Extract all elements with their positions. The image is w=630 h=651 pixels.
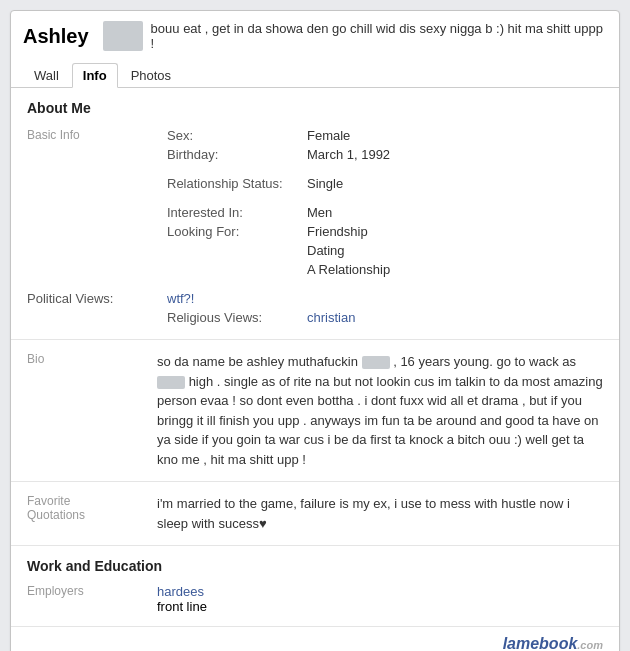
tab-info[interactable]: Info <box>72 63 118 88</box>
employers-label: Employers <box>27 584 157 614</box>
looking-key: Looking For: <box>167 222 307 241</box>
basic-info-table: Basic Info Sex: Female Birthday: March 1… <box>27 126 603 327</box>
bio-section: Bio so da name be ashley muthafuckin , 1… <box>11 340 619 482</box>
employer-name[interactable]: hardees <box>157 584 204 599</box>
bio-text-start: so da name be ashley muthafuckin <box>157 354 358 369</box>
work-education-section: Work and Education Employers hardees fro… <box>11 546 619 627</box>
profile-card: Ashley bouu eat , get in da showa den go… <box>10 10 620 651</box>
bio-label: Bio <box>27 352 157 469</box>
brand-tld: .com <box>577 639 603 651</box>
profile-tabs: Wall Info Photos <box>11 57 619 88</box>
quotations-label: FavoriteQuotations <box>27 494 157 533</box>
profile-header: Ashley bouu eat , get in da showa den go… <box>11 11 619 51</box>
looking-value1: Friendship <box>307 222 603 241</box>
brand-name: lamebook <box>503 635 578 651</box>
interested-key: Interested In: <box>167 203 307 222</box>
quotations-text: i'm married to the game, failure is my e… <box>157 494 603 533</box>
quotations-section: FavoriteQuotations i'm married to the ga… <box>11 482 619 546</box>
bio-redact2 <box>157 376 185 389</box>
birthday-key: Birthday: <box>167 145 307 164</box>
bio-text: so da name be ashley muthafuckin , 16 ye… <box>157 352 603 469</box>
interested-value: Men <box>307 203 603 222</box>
relationship-value: Single <box>307 174 603 193</box>
sex-value: Female <box>307 126 603 145</box>
political-value[interactable]: wtf?! <box>167 291 194 306</box>
basic-info-label: Basic Info <box>27 126 167 289</box>
brand-logo: lamebook.com <box>503 635 603 651</box>
footer: lamebook.com <box>11 627 619 651</box>
birthday-value: March 1, 1992 <box>307 145 603 164</box>
political-key: Political Views: <box>27 289 167 308</box>
religious-value[interactable]: christian <box>307 310 355 325</box>
tab-photos[interactable]: Photos <box>120 63 182 87</box>
sex-key: Sex: <box>167 126 307 145</box>
avatar <box>103 21 143 51</box>
tab-wall[interactable]: Wall <box>23 63 70 87</box>
looking-value2: Dating <box>307 241 603 260</box>
bio-redact1 <box>362 356 390 369</box>
employer-position: front line <box>157 599 207 614</box>
bio-text-end: high . single as of rite na but not look… <box>157 374 603 467</box>
employers-row: Employers hardees front line <box>27 584 603 614</box>
religious-key: Religious Views: <box>167 308 307 327</box>
about-me-section: About Me Basic Info Sex: Female Birthday… <box>11 88 619 340</box>
relationship-key: Relationship Status: <box>167 174 307 193</box>
looking-value3: A Relationship <box>307 260 603 279</box>
profile-name: Ashley <box>23 25 89 48</box>
about-me-title: About Me <box>27 100 603 116</box>
employer-details: hardees front line <box>157 584 207 614</box>
work-education-title: Work and Education <box>27 558 603 574</box>
bio-text-middle: , 16 years young. go to wack as <box>393 354 576 369</box>
profile-status: bouu eat , get in da showa den go chill … <box>151 21 607 51</box>
